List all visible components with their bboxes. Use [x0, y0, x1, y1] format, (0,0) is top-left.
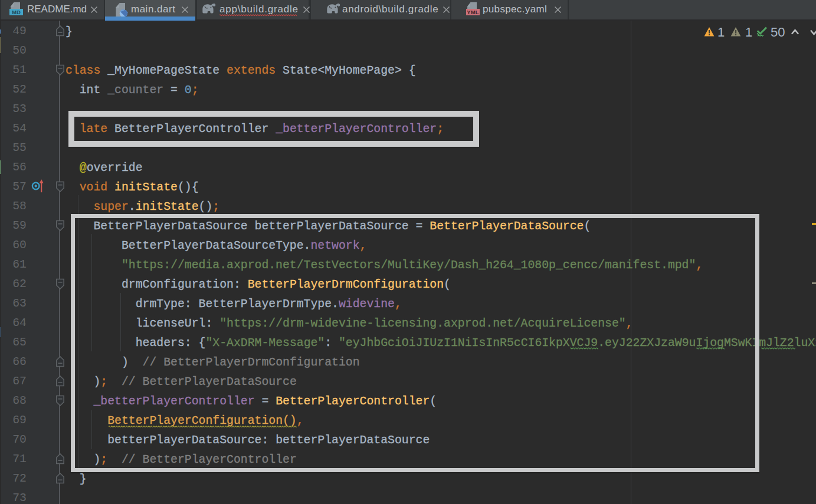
svg-text:YML: YML: [467, 9, 479, 15]
svg-text:MD: MD: [12, 9, 21, 15]
